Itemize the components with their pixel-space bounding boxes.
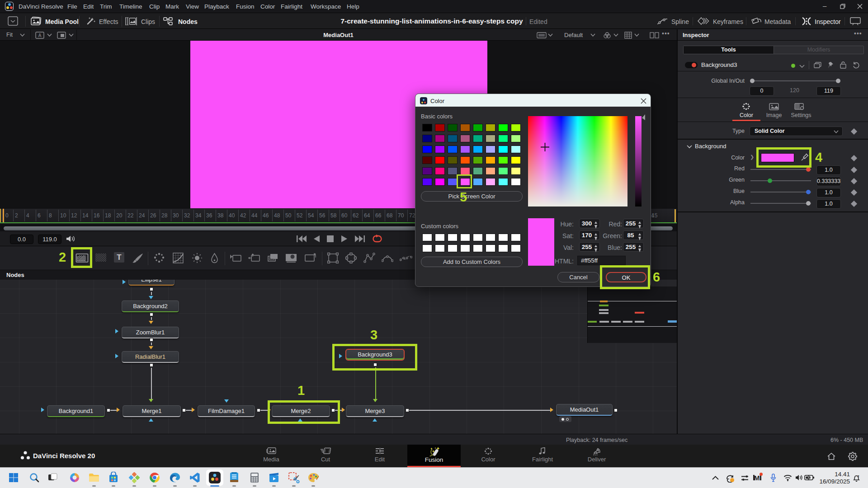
- svg-text:A: A: [38, 33, 42, 38]
- svg-text:z: z: [858, 474, 859, 478]
